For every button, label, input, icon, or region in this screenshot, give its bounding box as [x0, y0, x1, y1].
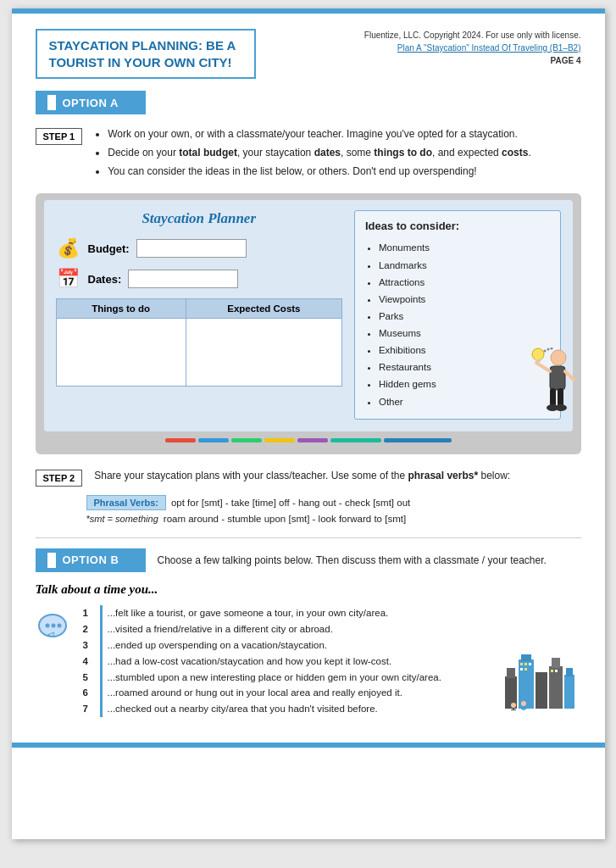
step1-bullet-1: Work on your own, or with a classmate/yo…: [108, 126, 580, 143]
step1-bullet-3: You can consider the ideas in the list b…: [108, 164, 580, 181]
phrasal-verbs-text: opt for [smt] - take [time] off - hang o…: [171, 498, 410, 508]
svg-point-37: [521, 701, 526, 706]
svg-rect-28: [524, 663, 527, 665]
svg-rect-29: [529, 663, 531, 665]
character-figure: [525, 348, 578, 441]
wb-cell-things[interactable]: [56, 319, 186, 387]
talk-list-wrap: 1 ...felt like a tourist, or gave someon…: [36, 605, 581, 718]
svg-rect-26: [566, 668, 573, 676]
tray-yellow: [264, 438, 295, 442]
option-b-icon: [47, 553, 56, 568]
link-text[interactable]: Plan A "Staycation" Instead Of Traveling…: [397, 43, 581, 53]
svg-rect-20: [519, 659, 534, 709]
wb-dates-input[interactable]: [128, 270, 238, 288]
bottom-bar: [12, 743, 605, 748]
svg-rect-21: [521, 654, 531, 661]
smt-row: *smt = something roam around - stumble u…: [86, 514, 581, 524]
wb-tray: [44, 438, 573, 442]
step1-badge: STEP 1: [36, 128, 83, 145]
svg-rect-19: [507, 668, 515, 678]
wb-col-things: Things to do: [56, 299, 186, 319]
talk-item-5: 5 ...stumbled upon a new interesting pla…: [83, 670, 497, 686]
tray-blue: [198, 438, 229, 442]
option-a-label: OPTION A: [63, 97, 119, 109]
step2-row: STEP 2 Share your staycation plans with …: [36, 468, 581, 487]
wb-table: Things to do Expected Costs: [56, 298, 342, 387]
talk-item-4: 4 ...had a low-cost vacation/staycation …: [83, 654, 497, 670]
idea-2: Landmarks: [379, 257, 550, 274]
svg-rect-3: [550, 366, 565, 390]
svg-point-10: [543, 349, 546, 352]
tray-darkblue: [384, 438, 452, 442]
tray-green: [231, 438, 262, 442]
whiteboard-inner: Staycation Planner 💰 Budget: 📅 Dates:: [44, 200, 573, 431]
talk-item-3: 3 ...ended up overspending on a vacation…: [83, 637, 497, 654]
idea-10: Other: [379, 393, 550, 410]
svg-point-16: [57, 623, 61, 627]
option-b-header: OPTION B: [36, 548, 146, 572]
svg-point-14: [45, 623, 49, 627]
section-divider: [36, 537, 581, 538]
talk-about-title: Talk about a time you...: [36, 582, 581, 597]
svg-rect-32: [551, 670, 553, 672]
svg-rect-24: [552, 658, 560, 668]
wb-dates-row: 📅 Dates:: [56, 268, 342, 290]
wb-title: Staycation Planner: [56, 210, 342, 227]
talk-item-6: 6 ...roamed around or hung out in your l…: [83, 685, 497, 701]
step1-row: STEP 1 Work on your own, or with a class…: [36, 126, 581, 181]
svg-point-12: [550, 348, 552, 350]
phrasal-row: Phrasal Verbs: opt for [smt] - take [tim…: [86, 495, 581, 510]
idea-8: Restaurants: [379, 359, 550, 376]
title-box: STAYCATION PLANNING: BE A TOURIST IN YOU…: [36, 29, 256, 79]
svg-point-7: [555, 404, 567, 411]
page: STAYCATION PLANNING: BE A TOURIST IN YOU…: [12, 8, 605, 839]
smt-label: *smt = something: [86, 514, 158, 524]
ideas-list: Monuments Landmarks Attractions Viewpoin…: [365, 239, 550, 409]
svg-rect-30: [520, 668, 523, 670]
svg-rect-25: [564, 675, 574, 709]
svg-point-15: [51, 623, 55, 627]
talk-item-7: 7 ...checked out a nearby city/area that…: [83, 701, 497, 717]
idea-7: Exhibitions: [379, 342, 550, 359]
svg-rect-27: [520, 663, 523, 665]
wb-col-costs: Expected Costs: [186, 299, 341, 319]
wb-budget-label: Budget:: [88, 242, 130, 255]
step1-list: Work on your own, or with a classmate/yo…: [94, 126, 580, 180]
svg-point-0: [551, 350, 566, 365]
svg-rect-33: [555, 670, 558, 672]
tray-purple: [297, 438, 328, 442]
option-b-label: OPTION B: [63, 554, 119, 566]
svg-point-34: [511, 703, 516, 708]
svg-rect-5: [558, 388, 563, 407]
chat-icon: [36, 609, 69, 718]
wb-budget-row: 💰 Budget:: [56, 237, 342, 259]
svg-line-9: [565, 371, 574, 380]
step1-bullet-2: Decide on your total budget, your stayca…: [108, 145, 580, 162]
svg-rect-23: [549, 666, 563, 709]
wb-budget-input[interactable]: [136, 239, 247, 258]
svg-rect-31: [524, 668, 527, 670]
page-title: STAYCATION PLANNING: BE A TOURIST IN YOU…: [49, 37, 242, 70]
header-row: STAYCATION PLANNING: BE A TOURIST IN YOU…: [36, 29, 581, 79]
option-b-row: OPTION B Choose a few talking points bel…: [36, 548, 581, 572]
wb-dates-label: Dates:: [88, 273, 122, 286]
wb-cell-costs[interactable]: [186, 319, 341, 387]
tray-teal: [330, 438, 381, 442]
option-a-icon: [47, 95, 56, 110]
step2-content: Share your staycation plans with your cl…: [94, 468, 580, 485]
svg-line-8: [536, 363, 550, 371]
svg-rect-4: [550, 388, 556, 407]
idea-9: Hidden gems: [379, 376, 550, 392]
option-b-description: Choose a few talking points below. Then …: [158, 554, 547, 566]
option-a-header: OPTION A: [36, 91, 146, 114]
dates-icon: 📅: [56, 268, 81, 290]
step1-content: Work on your own, or with a classmate/yo…: [94, 126, 580, 181]
whiteboard: Staycation Planner 💰 Budget: 📅 Dates:: [36, 193, 581, 453]
copyright-text: Fluentize, LLC. Copyright 2024. For use …: [364, 29, 581, 42]
talk-item-1: 1 ...felt like a tourist, or gave someon…: [83, 605, 497, 621]
talk-list: 1 ...felt like a tourist, or gave someon…: [83, 605, 497, 718]
svg-point-1: [532, 348, 544, 360]
step2-badge: STEP 2: [36, 470, 83, 487]
tray-red: [165, 438, 196, 442]
ideas-title: Ideas to consider:: [365, 220, 550, 232]
